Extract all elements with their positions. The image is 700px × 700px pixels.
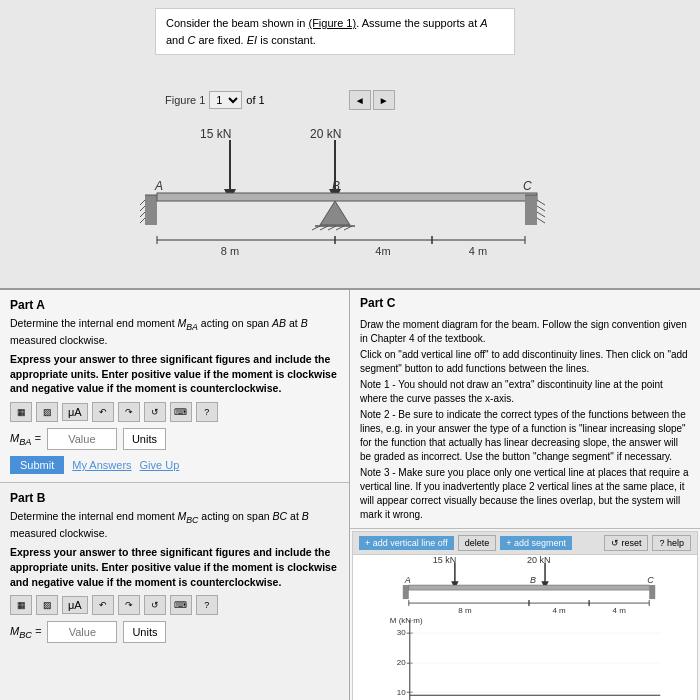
part-a-section: Part A Determine the internal end moment… [0,290,349,483]
svg-text:A: A [154,179,163,193]
part-b-units-label: Units [123,621,166,643]
mu-btn[interactable]: μA [62,403,88,421]
help-btn-b[interactable]: ? [196,595,218,615]
question-icon: ? [204,407,209,417]
redo-icon: ↷ [125,407,133,417]
figure-nav: Figure 1 1 of 1 ◄ ► [165,90,395,110]
submit-btn[interactable]: Submit [10,456,64,474]
grid-tool-btn[interactable]: ▦ [10,402,32,422]
part-b-desc: Determine the internal end moment MBC ac… [10,509,339,541]
svg-text:8 m: 8 m [221,245,239,257]
graph-area: + add vertical line off delete + add seg… [352,531,698,700]
part-a-units-label: Units [123,428,166,450]
part-c-note3: Note 2 - Be sure to indicate the correct… [360,408,690,464]
bottom-section: Part A Determine the internal end moment… [0,290,700,700]
part-a-toolbar: ▦ ▨ μA ↶ ↷ ↺ ⌨ [10,402,339,422]
prev-arrow[interactable]: ◄ [349,90,371,110]
help-btn-a[interactable]: ? [196,402,218,422]
palette-icon-b: ▨ [43,600,52,610]
of-label: of 1 [246,94,264,106]
my-answers-btn[interactable]: My Answers [72,459,131,471]
part-c-note2: Note 1 - You should not draw an "extra" … [360,378,690,406]
svg-text:C: C [647,575,654,585]
right-panel: Part C Draw the moment diagram for the b… [350,290,700,700]
part-a-actions: Submit My Answers Give Up [10,456,339,474]
svg-text:30: 30 [397,628,406,637]
add-vertical-line-btn[interactable]: + add vertical line off [359,536,454,550]
part-b-answer-label: MBC = [10,625,41,640]
part-c-note1: Click on "add vertical line off" to add … [360,348,690,376]
svg-text:10: 10 [397,688,406,697]
undo-btn-b[interactable]: ↶ [92,595,114,615]
keyboard-btn-b[interactable]: ⌨ [170,595,192,615]
reset-tool-btn-b[interactable]: ↺ [144,595,166,615]
undo-btn[interactable]: ↶ [92,402,114,422]
reset-graph-btn[interactable]: ↺ reset [604,535,649,551]
part-b-title: Part B [10,491,339,505]
keyboard-btn[interactable]: ⌨ [170,402,192,422]
beam-svg: 15 kN 20 kN [140,120,560,280]
reset-icon-b: ↺ [151,600,159,610]
part-a-desc: Determine the internal end moment MBA ac… [10,316,339,348]
beam-diagram: 15 kN 20 kN [140,120,560,280]
svg-rect-10 [157,193,537,201]
next-arrow[interactable]: ► [373,90,395,110]
keyboard-icon: ⌨ [174,407,187,417]
svg-text:M (kN·m): M (kN·m) [390,616,423,625]
part-a-value-input[interactable] [47,428,117,450]
svg-text:15 kN: 15 kN [433,555,457,565]
redo-btn-b[interactable]: ↷ [118,595,140,615]
grid-icon-b: ▦ [17,600,26,610]
svg-text:4 m: 4 m [552,606,566,615]
add-segment-btn[interactable]: + add segment [500,536,572,550]
svg-line-7 [140,206,145,211]
svg-line-8 [140,212,145,217]
problem-text-box: Consider the beam shown in (Figure 1). A… [155,8,515,55]
part-c-title: Part C [360,296,690,310]
figure-label: Figure 1 [165,94,205,106]
palette-tool-btn[interactable]: ▨ [36,402,58,422]
svg-text:4m: 4m [375,245,390,257]
svg-marker-17 [320,201,350,225]
part-a-answer-label: MBA = [10,432,41,447]
part-c-instructions: Draw the moment diagram for the beam. Fo… [350,318,700,529]
grid-tool-btn-b[interactable]: ▦ [10,595,32,615]
svg-rect-45 [409,585,649,590]
svg-text:B: B [332,179,340,193]
part-a-title: Part A [10,298,339,312]
svg-rect-4 [145,195,157,225]
svg-text:C: C [523,179,532,193]
undo-icon-b: ↶ [99,600,107,610]
give-up-btn[interactable]: Give Up [140,459,180,471]
figure-select[interactable]: 1 [209,91,242,109]
redo-btn[interactable]: ↷ [118,402,140,422]
delete-btn[interactable]: delete [458,535,497,551]
top-section: Consider the beam shown in (Figure 1). A… [0,0,700,290]
moment-diagram-svg[interactable]: 15 kN 20 kN A B C [353,555,697,700]
grid-icon: ▦ [17,407,26,417]
keyboard-icon-b: ⌨ [174,600,187,610]
svg-text:B: B [530,575,536,585]
mu-symbol: μA [68,406,82,418]
svg-text:20: 20 [397,658,406,667]
figure-link[interactable]: (Figure 1) [308,17,356,29]
part-b-value-input[interactable] [47,621,117,643]
problem-text: Consider the beam shown in (Figure 1). A… [166,17,488,46]
svg-rect-11 [525,195,537,225]
mu-btn-b[interactable]: μA [62,596,88,614]
svg-text:8 m: 8 m [458,606,472,615]
svg-line-15 [537,212,545,217]
svg-line-13 [537,200,545,205]
reset-tool-btn[interactable]: ↺ [144,402,166,422]
help-graph-btn[interactable]: ? help [652,535,691,551]
part-c-desc1: Draw the moment diagram for the beam. Fo… [360,318,690,346]
svg-rect-44 [403,585,409,599]
undo-icon: ↶ [99,407,107,417]
nav-arrows: ◄ ► [349,90,395,110]
mu-symbol-b: μA [68,599,82,611]
svg-text:20 kN: 20 kN [527,555,551,565]
palette-icon: ▨ [43,407,52,417]
palette-tool-btn-b[interactable]: ▨ [36,595,58,615]
part-c-header: Part C [350,290,700,318]
svg-rect-46 [649,585,655,599]
